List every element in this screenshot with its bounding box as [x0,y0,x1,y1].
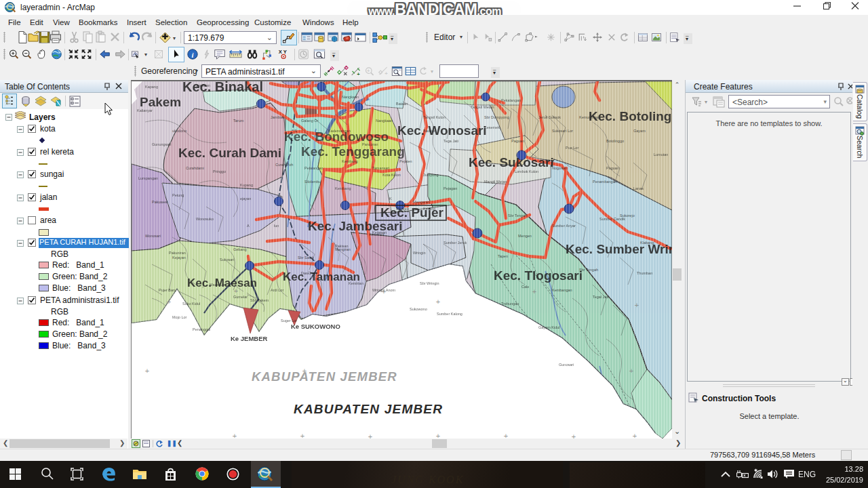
svg-text:Galang Or: Galang Or [301,119,319,123]
svg-text:Suger Lor: Suger Lor [281,319,297,323]
svg-text:Pejagan: Pejagan [443,186,457,190]
svg-text:Kec. Curah Dami: Kec. Curah Dami [178,146,281,160]
svg-text:Tegal Jati: Tegal Jati [593,295,608,299]
svg-text:Kejayan: Kejayan [172,256,186,260]
svg-text:Gunungsari: Gunungsari [152,142,171,146]
svg-text:Pujer Baru: Pujer Baru [159,288,176,292]
svg-text:Kembang: Kembang [335,186,351,190]
svg-text:+: + [436,298,440,306]
svg-text:Kec. Jambesari: Kec. Jambesari [308,219,402,233]
svg-text:Pakuniran: Pakuniran [169,251,186,255]
svg-text:Jambian: Jambian [196,83,210,87]
svg-text:Mengen: Mengen [518,234,532,238]
svg-text:+: + [367,68,370,73]
svg-text:+: + [629,367,633,375]
svg-text:Kesemek: Kesemek [484,125,500,129]
svg-text:Ke JEMBER: Ke JEMBER [231,335,268,342]
svg-text:Mangaran: Mangaran [413,200,430,204]
svg-text:✱: ✱ [754,468,757,472]
svg-text:Kejawan: Kejawan [372,230,387,235]
svg-text:Sbr Tengah: Sbr Tengah [508,214,527,218]
svg-text:Kec. Sumber Wrin: Kec. Sumber Wrin [566,242,672,256]
svg-text:X: X [279,49,283,55]
svg-text:+: + [532,287,536,296]
svg-text:Cale: Cale [521,285,529,289]
svg-text:Gumelar: Gumelar [233,295,248,299]
svg-text:Gayam Kidul: Gayam Kidul [538,325,560,329]
svg-text:Kerang: Kerang [423,207,435,211]
svg-text:Pancoran: Pancoran [362,142,378,146]
svg-text:Kec. Sukosari: Kec. Sukosari [469,155,554,169]
svg-text:Nogosari: Nogosari [552,166,567,170]
svg-text:Sbr Wringin: Sbr Wringin [420,281,439,285]
svg-text:Kec. Botolinggo: Kec. Botolinggo [589,109,672,123]
svg-text:Sbr Pakem: Sbr Pakem [250,298,269,302]
svg-text:Wringin: Wringin [413,251,426,255]
svg-text:KABUPATEN JEMBER: KABUPATEN JEMBER [294,402,443,416]
svg-text:Dawuhan: Dawuhan [301,271,317,275]
svg-text:+: + [384,70,388,77]
svg-text:Y: Y [283,49,287,55]
svg-text:KABUPATEN JEMBER: KABUPATEN JEMBER [252,369,397,384]
svg-text:Nangkaan: Nangkaan [376,119,393,123]
svg-text:Kemirian: Kemirian [349,281,363,285]
svg-text:Botolinggo: Botolinggo [606,139,624,143]
svg-text:Tamansari: Tamansari [372,166,389,170]
svg-text:Pakem: Pakem [140,95,181,109]
svg-text:Pakisan: Pakisan [335,244,349,248]
svg-text:Kupang: Kupang [240,183,253,187]
svg-text:+: + [633,432,637,439]
svg-text:Jambian: Jambian [271,115,285,119]
svg-text:Ke SUKOWONO: Ke SUKOWONO [291,323,340,330]
svg-text:+: + [572,432,576,439]
svg-text:Trebungan: Trebungan [501,302,519,306]
svg-text:+: + [300,432,304,439]
svg-text:Nangkaan: Nangkaan [342,95,359,99]
svg-text:i: i [192,51,194,59]
svg-text:Kembang: Kembang [342,159,358,163]
svg-text:Tarum: Tarum [233,119,244,123]
svg-text:Suko Kidul: Suko Kidul [182,302,200,306]
svg-text:Tega Jati: Tega Jati [443,139,458,143]
svg-text:Mojo Lor: Mojo Lor [172,315,187,319]
svg-text:+: + [368,432,372,439]
svg-text:+: + [357,71,360,77]
svg-text:Sumber Anyar: Sumber Anyar [552,224,576,228]
svg-text:Kapang: Kapang [145,85,158,89]
svg-text:Kec. Wonosari: Kec. Wonosari [397,123,487,138]
svg-text:Paguan: Paguan [606,166,619,170]
svg-text:Maes Lor: Maes Lor [210,283,225,287]
svg-text:+: + [504,432,508,439]
svg-text:Lanas: Lanas [633,186,644,190]
svg-text:Bataan: Bataan [396,102,408,106]
svg-text:Sukowono: Sukowono [410,307,427,311]
svg-text:Sukosari: Sukosari [220,258,234,262]
svg-text:Pakuwesi: Pakuwesi [152,200,168,204]
svg-text:Tangsil Wetan: Tangsil Wetan [471,105,494,109]
svg-text:Kec. Tenggarang: Kec. Tenggarang [301,144,405,159]
svg-text:Silolembu: Silolembu [304,180,321,184]
svg-text:Gebang: Gebang [233,247,247,251]
svg-text:Pringgo: Pringgo [213,169,226,174]
svg-text:Kec. Tlogosari: Kec. Tlogosari [494,268,583,283]
svg-text:Gayam: Gayam [633,129,646,133]
svg-text:+: + [635,301,639,309]
svg-text:Tangsil Kulon: Tangsil Kulon [423,115,446,119]
svg-text:+: + [145,367,149,375]
svg-text:Thumban: Thumban [637,271,652,275]
svg-text:Pua Lor: Pua Lor [566,146,578,150]
svg-text:Mangli Wetan: Mangli Wetan [484,180,507,184]
svg-text:Pelalangan: Pelalangan [304,166,323,170]
svg-text:+: + [436,432,440,439]
svg-text:Sumber Kalong: Sumber Kalong [437,312,462,316]
svg-text:Kec. Binakal: Kec. Binakal [182,81,263,94]
svg-text:+: + [167,298,171,306]
svg-text:Pekalangan: Pekalangan [501,98,521,102]
svg-text:Kota Kulon: Kota Kulon [382,173,401,177]
svg-text:Mengok: Mengok [396,207,410,211]
svg-text:Sumber Jeruk: Sumber Jeruk [443,241,467,245]
svg-text:Penanggal: Penanggal [193,327,210,331]
svg-text:Pejaten: Pejaten [399,159,412,163]
svg-text:Lombok Kulon: Lombok Kulon [515,169,538,174]
svg-text:Lumpangan: Lumpangan [138,176,158,180]
